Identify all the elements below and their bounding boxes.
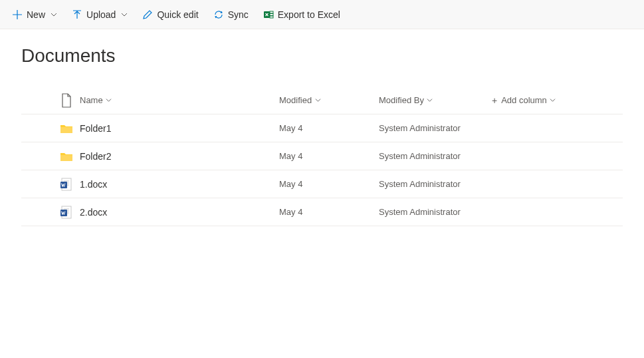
export-excel-button[interactable]: Export to Excel: [257, 5, 347, 24]
chevron-down-icon: [51, 11, 57, 18]
svg-rect-2: [270, 13, 273, 15]
folder-icon: [60, 151, 73, 162]
chevron-down-icon: [427, 97, 433, 104]
row-modifiedby[interactable]: System Administrator: [379, 179, 461, 189]
row-modified: May 4: [279, 179, 302, 189]
export-excel-label: Export to Excel: [278, 9, 340, 20]
row-name[interactable]: 1.docx: [80, 179, 107, 190]
row-modified: May 4: [279, 151, 302, 161]
upload-label: Upload: [86, 9, 116, 20]
add-column-label: Add column: [501, 95, 547, 105]
upload-icon: [72, 9, 82, 20]
row-name[interactable]: Folder2: [80, 151, 111, 162]
column-name-header[interactable]: Name: [80, 95, 112, 105]
row-modified: May 4: [279, 123, 302, 133]
row-name[interactable]: 2.docx: [80, 207, 107, 218]
command-bar: New Upload Quick edit Sync: [0, 0, 644, 29]
row-modified: May 4: [279, 207, 302, 217]
row-modifiedby[interactable]: System Administrator: [379, 207, 461, 217]
plus-icon: +: [492, 95, 497, 106]
quick-edit-label: Quick edit: [157, 9, 198, 20]
list-row[interactable]: 2.docxMay 4System Administrator: [21, 198, 623, 226]
svg-rect-3: [270, 16, 273, 18]
upload-button[interactable]: Upload: [65, 5, 134, 24]
row-icon-cell: [53, 123, 80, 134]
new-button[interactable]: New: [5, 5, 64, 24]
chevron-down-icon: [550, 97, 556, 104]
page-title: Documents: [0, 29, 644, 87]
row-icon-cell: [53, 178, 80, 191]
pencil-icon: [142, 9, 153, 20]
row-icon-cell: [53, 206, 80, 219]
column-modifiedby-header[interactable]: Modified By: [379, 95, 433, 105]
column-header-row: Name Modified Modified By: [21, 87, 623, 114]
word-doc-icon: [60, 178, 72, 191]
file-icon: [60, 93, 72, 108]
row-modifiedby[interactable]: System Administrator: [379, 151, 461, 161]
sync-label: Sync: [228, 9, 249, 20]
document-list: Name Modified Modified By: [0, 87, 644, 226]
add-column-button[interactable]: + Add column: [492, 95, 556, 106]
chevron-down-icon: [121, 11, 128, 18]
column-modified-label: Modified: [279, 95, 312, 105]
folder-icon: [60, 123, 73, 134]
list-row[interactable]: Folder2May 4System Administrator: [21, 142, 623, 170]
column-modified-header[interactable]: Modified: [279, 95, 321, 105]
column-name-label: Name: [80, 95, 103, 105]
excel-icon: [263, 9, 274, 20]
word-doc-icon: [60, 206, 72, 219]
column-modifiedby-label: Modified By: [379, 95, 424, 105]
plus-icon: [12, 9, 23, 20]
new-label: New: [27, 9, 45, 20]
chevron-down-icon: [314, 97, 321, 104]
chevron-down-icon: [106, 97, 112, 104]
list-row[interactable]: 1.docxMay 4System Administrator: [21, 170, 623, 198]
sync-button[interactable]: Sync: [207, 5, 255, 24]
quick-edit-button[interactable]: Quick edit: [136, 5, 205, 24]
column-type-header[interactable]: [53, 93, 80, 108]
row-icon-cell: [53, 151, 80, 162]
row-name[interactable]: Folder1: [80, 123, 111, 134]
row-modifiedby[interactable]: System Administrator: [379, 123, 461, 133]
sync-icon: [213, 9, 224, 20]
list-row[interactable]: Folder1May 4System Administrator: [21, 114, 623, 142]
svg-rect-1: [270, 11, 273, 13]
